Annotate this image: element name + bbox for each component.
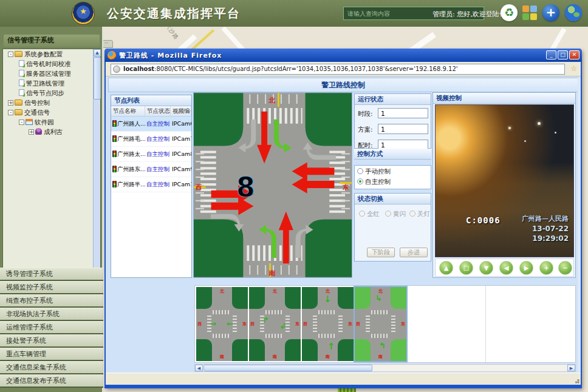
add-icon[interactable]: + [542,4,559,21]
collapse-icon[interactable]: - [19,120,24,125]
url-input[interactable]: localhost:8080/CTC-MICS/libs/utcs/guard.… [111,64,565,75]
window-titlebar[interactable]: 警卫路线 - Mozilla Firefox _ □ ✕ [104,49,582,62]
scroll-right-icon[interactable]: ▶ [567,365,575,371]
globe-icon[interactable] [565,4,582,21]
phase-thumbnail-2[interactable]: 北南 西东 ↱ ↲ [249,287,301,361]
subsystem-list: 诱导管理子系统 视频监控子系统 缉查布控子系统 非现场执法子系统 运维管理子系统… [0,268,103,388]
table-row[interactable]: 广州路人... 自主控制IPCam6 [111,117,191,132]
control-mode-title: 控制方式 [354,149,431,160]
tree-item-guard-route-mgmt[interactable]: 警卫路线管理 [3,78,100,88]
tree-item-system-params[interactable]: -系统参数配置 [3,49,100,59]
collapse-icon[interactable]: - [8,52,13,57]
phase-thumbnail-1[interactable]: 北南 西东 → ← [196,287,248,361]
pan-down-button[interactable]: ▼ [479,261,493,275]
tree-item-server-region[interactable]: 服务器区域管理 [3,69,100,78]
next-phase-button[interactable]: 下阶段 [367,248,395,257]
col-node-status[interactable]: 节点状态 [145,106,171,116]
manual-control-option[interactable]: 手动控制 [355,167,431,176]
radio-auto[interactable] [357,178,363,184]
col-node-name[interactable]: 节点名称 [111,106,145,116]
sidebar-item-traffic-collection[interactable]: 交通信息采集子系统 [0,361,103,374]
pan-right-button[interactable]: ▶ [519,261,533,275]
screen: 大沙路 ·· ★ 公安交通集成指挥平台 管理员: 您好,欢迎登陆使用 ♻ + 信… [0,0,588,392]
zoom-out-button[interactable]: − [558,261,572,275]
step-button[interactable]: 步进 [400,248,428,257]
plan-input[interactable] [378,124,428,134]
green-arrow-icon: → [210,320,216,328]
sidebar-item-offsite-enforcement[interactable]: 非现场执法子系统 [0,308,103,321]
app-header: ★ 公安交通集成指挥平台 管理员: 您好,欢迎登陆使用 ♻ + [0,0,588,27]
page-content: 警卫路线控制 节点列表 节点名称 节点状态 视频编号 广州路人... 自主控制I… [106,76,581,373]
horizontal-scrollbar[interactable]: ◀ ▶ [194,364,576,372]
scroll-up-icon[interactable]: ▲ [94,49,101,56]
countdown-number: 8 [236,172,255,203]
apps-grid-icon[interactable] [521,4,538,21]
radio-yellow-flash[interactable] [385,211,391,217]
vertical-scrollbar[interactable] [578,78,581,371]
collapse-icon[interactable]: - [8,110,13,115]
tree-item-signal-time-calib[interactable]: 信号机时间校准 [3,59,100,69]
scrollbar-thumb[interactable] [94,57,101,100]
tree-item-signal-control[interactable]: +信号控制 [3,98,100,107]
sidebar-item-investigation[interactable]: 缉查布控子系统 [0,294,103,308]
green-turn-arrow-icon: ↳ [375,294,382,302]
bookmark-star-icon[interactable]: ☆ [570,64,577,73]
sidebar-item-ops-mgmt[interactable]: 运维管理子系统 [0,321,103,334]
nav-tree: -系统参数配置 信号机时间校准 服务器区域管理 警卫路线管理 信号节点同步 +信… [2,49,101,290]
page-edit-icon [19,79,24,86]
auto-control-option[interactable]: 自主控制 [355,177,431,186]
tree-item-traffic-signal[interactable]: -交通信号 [3,107,100,117]
table-row[interactable]: 广州路太... 自主控制IPCam8 [111,147,191,162]
sidebar-header-signal-subsystem[interactable]: 信号管理子系统 [4,35,100,47]
close-button[interactable]: ✕ [569,50,579,59]
north-label: 北 [268,96,276,104]
yellow-flash-option[interactable]: 黄闪 [385,207,406,218]
resize-grip[interactable] [573,377,579,384]
scrollbar-thumb[interactable] [203,365,372,371]
sidebar-item-key-vehicles[interactable]: 重点车辆管理 [0,348,103,361]
tree-item-software-park[interactable]: -软件园 [3,117,100,127]
sidebar-item-video-surveillance[interactable]: 视频监控子系统 [0,281,103,294]
sidebar-item-dispatch[interactable]: 接处警子系统 [0,334,103,348]
lights-off-option[interactable]: 关灯 [409,207,430,218]
control-mode-panel: 手动控制 自主控制 [354,165,431,189]
police-badge-icon: ★ [72,2,95,25]
traffic-light-icon [112,120,117,127]
radio-all-red[interactable] [359,211,365,217]
home-icon [26,119,33,125]
traffic-light-icon [112,181,117,188]
radio-manual[interactable] [357,168,363,174]
table-row[interactable]: 广州路东... 自主控制IPCam9 [111,162,191,177]
stop-button[interactable]: □ [459,261,473,275]
refresh-icon[interactable]: ♻ [501,4,518,21]
site-globe-icon [113,66,120,73]
phase-thumbnail-4-active[interactable]: 北南 西东 ↳ ↰ [355,287,406,361]
period-input[interactable] [378,108,428,118]
tree-item-signal-node-sync[interactable]: 信号节点同步 [3,88,100,98]
table-row[interactable]: 广州路毛... 自主控制IPCam7 [111,132,191,147]
maximize-button[interactable]: □ [558,50,568,59]
expand-icon[interactable]: + [29,129,34,135]
url-path: :8080/CTC-MICS/libs/utcs/guard.jsp?utcsI… [154,66,457,72]
table-row[interactable]: 广州路半... 自主控制IPCam10 [111,177,191,192]
tree-scrollbar[interactable]: ▲ ▼ [93,49,100,289]
page-title: 警卫路线控制 [108,78,578,92]
zoom-in-button[interactable]: + [539,261,553,275]
tree-item-chenliji[interactable]: +成利吉 [3,127,100,137]
scroll-left-icon[interactable]: ◀ [195,365,203,371]
radio-lights-off[interactable] [409,211,415,217]
all-red-option[interactable]: 全红 [359,207,380,218]
expand-icon[interactable]: + [8,100,13,106]
green-turn-arrow-icon: ↲ [279,322,286,330]
sidebar-item-traffic-release[interactable]: 交通信息发布子系统 [0,374,103,388]
map-vegetation [338,388,356,392]
pan-left-button[interactable]: ◀ [499,261,513,275]
sidebar-item-guidance[interactable]: 诱导管理子系统 [0,268,103,281]
col-video-id[interactable]: 视频编号 [171,106,191,116]
state-switch-title: 状态切换 [355,194,431,204]
green-arrow-icon: ← [227,320,233,328]
video-panel: 视频控制 C:0006 广州路—人民路 13-07-22 19:29:02 ▲ … [432,92,576,278]
phase-thumbnail-3[interactable]: 北南 西东 ↓ ↑ [302,287,354,361]
pan-up-button[interactable]: ▲ [439,261,453,275]
minimize-button[interactable]: _ [546,50,556,59]
